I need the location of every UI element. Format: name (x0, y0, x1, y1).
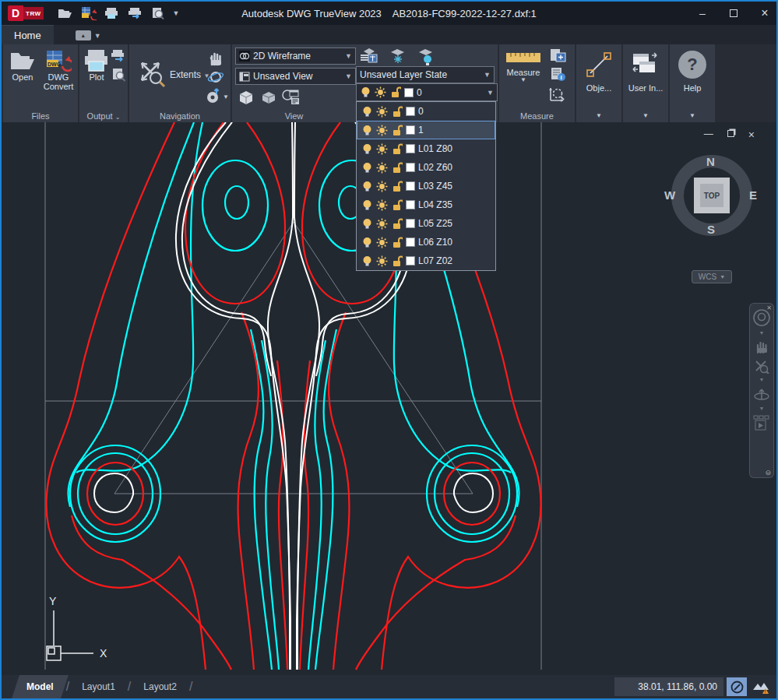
layer-color-swatch[interactable] (406, 256, 415, 266)
layer-list-item[interactable]: L02 Z60 (357, 158, 495, 177)
open-button[interactable]: Open (6, 49, 39, 82)
full-navigation-wheel-icon[interactable] (752, 308, 771, 327)
layer-on-icon[interactable] (361, 143, 373, 155)
layer-unlock-icon[interactable] (391, 143, 403, 155)
doc-close-icon[interactable]: × (748, 128, 755, 141)
zoom-extents-icon[interactable] (136, 57, 168, 90)
layer-color-swatch[interactable] (406, 163, 415, 172)
layer-on-icon[interactable] (361, 199, 373, 211)
layer-on-icon[interactable] (360, 86, 371, 98)
viewcube-top-face[interactable]: TOP (694, 178, 730, 213)
layer-unlock-icon[interactable] (391, 162, 403, 174)
freeze-layer-icon[interactable] (388, 47, 408, 66)
viewport-config-icon[interactable] (280, 88, 301, 107)
layer-color-swatch[interactable] (404, 88, 414, 97)
layer-on-icon[interactable] (361, 218, 373, 230)
layer-states-icon[interactable] (359, 47, 379, 65)
shaded-box-icon[interactable] (260, 90, 277, 107)
layer-on-icon[interactable] (361, 237, 373, 248)
viewcube[interactable]: N W E S TOP (665, 153, 759, 259)
layer-unlock-icon[interactable] (391, 106, 403, 118)
compass-south[interactable]: S (707, 223, 715, 236)
layer-thaw-icon[interactable] (376, 106, 388, 118)
navbar-menu-icon[interactable]: ⊖ (765, 469, 771, 477)
isolate-objects-button[interactable] (727, 677, 747, 696)
maximize-button[interactable] (727, 7, 741, 19)
layer-on-icon[interactable] (361, 125, 373, 136)
layer-list-item[interactable]: L04 Z35 (357, 195, 495, 214)
plot-button[interactable]: Plot (82, 49, 111, 82)
layer-list-item[interactable]: L03 Z45 (357, 177, 495, 195)
extents-dropdown[interactable]: Extents ▼ (170, 69, 209, 80)
layer-color-swatch[interactable] (406, 200, 415, 209)
layer-dropdown-caret-icon[interactable]: ▼ (487, 89, 494, 97)
layer-unlock-icon[interactable] (391, 237, 403, 248)
tab-layout1[interactable]: Layout1 (71, 675, 126, 698)
layer-thaw-icon[interactable] (376, 237, 388, 248)
layer-on-icon[interactable] (361, 181, 373, 192)
print-icon[interactable] (104, 7, 120, 19)
orbit-icon[interactable] (207, 69, 224, 86)
batch-plot-icon[interactable] (111, 49, 126, 62)
tab-home[interactable]: Home (2, 25, 54, 44)
layer-thaw-icon[interactable] (376, 181, 388, 192)
graphics-performance-button[interactable]: ! (750, 677, 773, 696)
steering-wheel-icon[interactable] (206, 88, 221, 104)
doc-restore-icon[interactable] (727, 128, 734, 141)
panel-object-collapsed[interactable]: Obje... ▼ (576, 44, 621, 122)
panel-help-collapsed[interactable]: ? Help ▼ (670, 44, 715, 122)
compass-west[interactable]: W (664, 188, 675, 202)
layer-dropdown-closed[interactable]: 0 ▼ (356, 83, 498, 101)
compass-east[interactable]: E (749, 188, 757, 202)
layer-color-swatch[interactable] (406, 125, 415, 135)
thaw-layer-icon[interactable] (416, 47, 436, 66)
visual-style-dropdown[interactable]: 2D Wireframe▼ (235, 47, 356, 65)
layer-unlock-icon[interactable] (389, 86, 401, 98)
layer-unlock-icon[interactable] (391, 181, 403, 192)
layer-list-item[interactable]: L05 Z25 (357, 214, 495, 233)
print-preview-icon[interactable] (151, 7, 165, 19)
layer-unlock-icon[interactable] (391, 255, 403, 267)
app-logo[interactable]: D TRW (8, 5, 44, 21)
navigation-bar[interactable]: ✕ ▼ ▼ ▼ ⊖ (749, 303, 774, 478)
box-view-icon[interactable] (237, 88, 255, 107)
layer-list-item[interactable]: L06 Z10 (357, 233, 495, 252)
area-inquiry-icon[interactable] (547, 85, 568, 104)
layer-thaw-icon[interactable] (376, 218, 388, 230)
layer-thaw-icon[interactable] (376, 199, 388, 211)
layer-on-icon[interactable] (361, 162, 373, 174)
panel-user-interface-collapsed[interactable]: User In... ▼ (623, 44, 668, 122)
navbar-pan-icon[interactable] (753, 339, 770, 354)
layer-color-swatch[interactable] (406, 219, 415, 228)
layer-thaw-icon[interactable] (376, 125, 388, 136)
layer-state-dropdown[interactable]: Unsaved Layer State▼ (356, 66, 495, 83)
navbar-wheel-caret-icon[interactable]: ▼ (759, 331, 765, 335)
navbar-orbit-icon[interactable] (753, 385, 770, 403)
layer-unlock-icon[interactable] (391, 199, 403, 211)
layer-on-icon[interactable] (361, 255, 373, 267)
layer-color-swatch[interactable] (406, 144, 415, 153)
layer-unlock-icon[interactable] (391, 218, 403, 230)
layer-list-item[interactable]: L01 Z80 (357, 139, 495, 158)
pan-hand-icon[interactable] (207, 49, 224, 66)
dwg-convert-icon[interactable] (81, 6, 97, 20)
batch-print-icon[interactable] (128, 7, 143, 19)
dwg-convert-button[interactable]: DWG DWG Convert (40, 49, 76, 91)
layer-list-item[interactable]: 1 (357, 121, 495, 139)
named-view-dropdown[interactable]: Unsaved View▼ (235, 68, 356, 85)
layer-thaw-icon[interactable] (376, 162, 388, 174)
quick-properties-icon[interactable]: i (549, 66, 568, 83)
layer-color-swatch[interactable] (406, 181, 415, 191)
layer-color-swatch[interactable] (406, 107, 415, 116)
doc-minimize-icon[interactable]: — (704, 128, 713, 141)
measure-button[interactable]: Measure ▼ (502, 51, 544, 83)
properties-icon[interactable] (549, 47, 568, 65)
layer-thaw-icon[interactable] (375, 86, 386, 98)
layer-thaw-icon[interactable] (376, 143, 388, 155)
close-button[interactable]: × (758, 6, 772, 20)
tab-layout2[interactable]: Layout2 (132, 675, 188, 698)
wcs-dropdown[interactable]: WCS▼ (692, 270, 732, 283)
open-icon[interactable] (58, 7, 73, 19)
layer-color-swatch[interactable] (406, 237, 415, 247)
ribbon-minimize-control[interactable]: ▲ ▼ (76, 30, 101, 40)
